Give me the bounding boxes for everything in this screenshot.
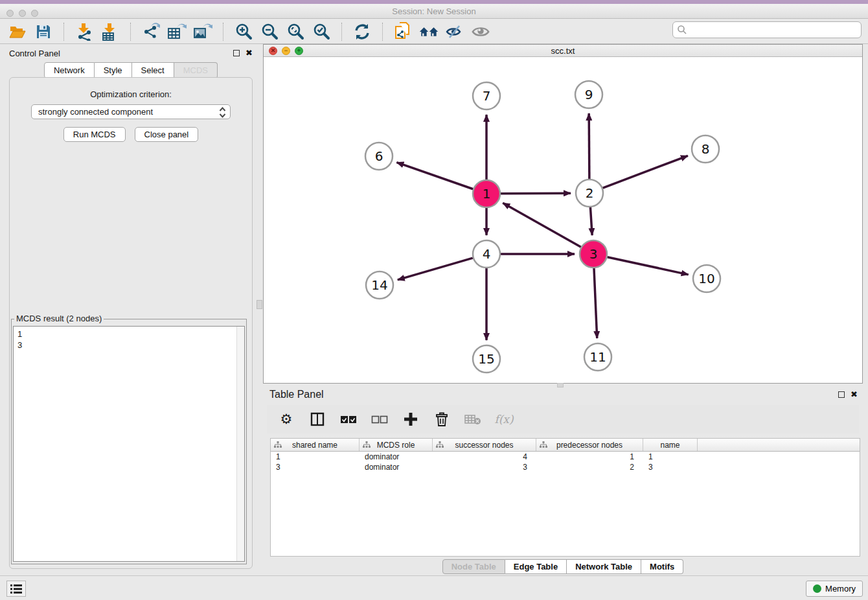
float-table-panel-icon[interactable]	[838, 391, 845, 398]
table-cell[interactable]: 1	[643, 452, 698, 461]
graph-edge-2-3[interactable]	[590, 207, 592, 235]
graph-node-label: 3	[589, 246, 598, 262]
task-history-button[interactable]	[6, 581, 26, 597]
delete-table-button[interactable]	[463, 409, 483, 430]
close-panel-button[interactable]: Close panel	[135, 127, 199, 142]
function-builder-button[interactable]: f(x)	[494, 409, 514, 430]
zoom-in-button[interactable]	[234, 22, 253, 41]
table-cell[interactable]: 3	[433, 463, 536, 472]
trash-icon	[435, 411, 448, 427]
zoom-fit-button[interactable]	[286, 22, 305, 41]
table-cell[interactable]: dominator	[360, 463, 433, 472]
search-field[interactable]	[672, 21, 862, 38]
status-bar: Memory	[0, 575, 868, 600]
save-session-button[interactable]	[34, 22, 53, 41]
close-table-panel-icon[interactable]: ✖	[851, 391, 858, 398]
panel-splitter-grip[interactable]	[257, 300, 262, 309]
column-header-shared-name[interactable]: shared name	[271, 439, 360, 451]
tab-network[interactable]: Network	[44, 62, 95, 78]
apply-style-button[interactable]	[352, 22, 372, 41]
mcds-result-text[interactable]: 1 3	[13, 326, 245, 562]
graph-node-label: 6	[375, 148, 383, 164]
table-cell[interactable]: 3	[643, 463, 698, 472]
tab-style[interactable]: Style	[95, 62, 132, 78]
table-cell[interactable]: 1	[271, 452, 360, 461]
table-cell[interactable]: 4	[433, 452, 536, 461]
tab-node-table[interactable]: Node Table	[442, 559, 505, 574]
graph-edge-3-1[interactable]	[503, 203, 581, 247]
close-window-button[interactable]	[6, 10, 14, 17]
toolbar-separator	[223, 23, 223, 41]
column-header-mcds-role[interactable]: MCDS role	[360, 439, 433, 451]
table-row[interactable]: 1dominator411	[271, 452, 860, 462]
graph-edge-3-10[interactable]	[607, 257, 688, 275]
graph-node-label: 2	[586, 185, 594, 201]
hide-graphics-details-button[interactable]	[445, 22, 464, 41]
tree-icon	[274, 441, 282, 448]
network-maximize-icon[interactable]: +	[295, 47, 303, 55]
table-cell[interactable]: 3	[271, 463, 360, 472]
graph-edge-2-8[interactable]	[603, 156, 688, 188]
home-icon	[419, 24, 439, 40]
result-scrollbar[interactable]	[236, 327, 244, 561]
memory-button[interactable]: Memory	[806, 581, 863, 597]
export-network-button[interactable]	[141, 22, 161, 41]
tab-select[interactable]: Select	[132, 62, 174, 78]
network-window-titlebar[interactable]: ✕ − + scc.txt	[264, 45, 862, 57]
delete-column-button[interactable]	[431, 409, 452, 430]
tab-motifs[interactable]: Motifs	[641, 559, 683, 574]
graph-edge-4-14[interactable]	[398, 258, 473, 280]
zoom-out-button[interactable]	[260, 22, 279, 41]
control-panel-tabs: Network Style Select MCDS	[5, 62, 257, 78]
create-column-button[interactable]	[400, 409, 421, 430]
network-canvas[interactable]: 7968124314101511	[264, 57, 862, 383]
graph-edge-3-11[interactable]	[594, 268, 597, 338]
export-image-button[interactable]	[193, 22, 212, 41]
close-panel-icon[interactable]: ✖	[246, 50, 253, 56]
tab-edge-table[interactable]: Edge Table	[505, 559, 567, 574]
select-all-rows-button[interactable]	[338, 409, 359, 430]
columns-icon	[310, 412, 325, 426]
search-input[interactable]	[687, 25, 861, 35]
open-session-button[interactable]	[8, 22, 27, 41]
column-header-predecessor-nodes[interactable]: predecessor nodes	[536, 439, 643, 451]
duplicate-network-button[interactable]	[393, 22, 413, 41]
memory-label: Memory	[825, 584, 856, 594]
eye-slash-icon	[445, 24, 464, 40]
zoom-window-button[interactable]	[31, 10, 38, 17]
column-layout-button[interactable]	[307, 409, 328, 430]
mcds-result-label: MCDS result (2 nodes)	[14, 314, 104, 323]
tab-network-table[interactable]: Network Table	[567, 559, 641, 574]
zoom-selected-button[interactable]	[312, 22, 331, 41]
table-cell[interactable]: dominator	[360, 452, 433, 461]
show-graphics-details-button[interactable]	[471, 22, 490, 41]
result-line: 3	[17, 340, 240, 351]
table-cell[interactable]: 2	[536, 463, 643, 472]
graph-edge-1-6[interactable]	[396, 163, 473, 189]
column-header-successor-nodes[interactable]: successor nodes	[433, 439, 536, 451]
network-minimize-icon[interactable]: −	[282, 47, 290, 55]
run-mcds-button[interactable]: Run MCDS	[63, 127, 126, 142]
import-network-button[interactable]	[74, 22, 94, 41]
graph-edge-1-2[interactable]	[501, 193, 571, 194]
app-titlebar: Session: New Session	[0, 4, 868, 19]
graph-node-label: 7	[483, 88, 491, 104]
export-table-button[interactable]	[167, 22, 187, 41]
show-all-networks-button[interactable]	[419, 22, 439, 41]
tab-mcds[interactable]: MCDS	[174, 62, 218, 78]
column-header-name[interactable]: name	[643, 439, 698, 451]
graph-edge-2-9[interactable]	[589, 113, 589, 179]
delete-table-icon	[464, 413, 481, 425]
criterion-select[interactable]: strongly connected component	[31, 104, 231, 119]
table-cell[interactable]: 1	[536, 452, 643, 461]
deselect-all-rows-button[interactable]	[369, 409, 390, 430]
window-controls[interactable]	[6, 10, 38, 17]
import-table-button[interactable]	[100, 22, 120, 41]
select-stepper-icon	[219, 107, 226, 120]
float-panel-icon[interactable]	[233, 50, 240, 56]
table-row[interactable]: 3dominator323	[271, 462, 860, 472]
table-settings-button[interactable]: ⚙	[276, 409, 297, 430]
result-line: 1	[17, 329, 240, 340]
network-close-icon[interactable]: ✕	[269, 47, 277, 55]
minimize-window-button[interactable]	[19, 10, 26, 17]
